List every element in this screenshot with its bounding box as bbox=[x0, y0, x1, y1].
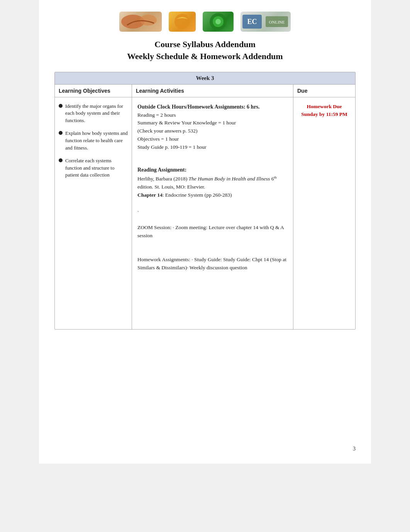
schedule-table: Week 3 Learning Objectives Learning Acti… bbox=[54, 72, 356, 330]
outside-hours-title: Outside Clock Hours/Homework Assignments… bbox=[137, 104, 260, 110]
objective-item-1: Identify the major organs for each body … bbox=[59, 103, 128, 125]
reading-assignment-label: Reading Assignment: bbox=[137, 166, 288, 174]
homework-assignments: Homework Assignments: · Study Guide: Stu… bbox=[137, 257, 286, 270]
column-headers: Learning Objectives Learning Activities … bbox=[55, 85, 355, 97]
logo-2 bbox=[169, 12, 196, 32]
objective-item-2: Explain how body systems and function re… bbox=[59, 130, 128, 152]
bullet-icon-1 bbox=[59, 104, 63, 108]
page-title: Course Syllabus Addendum Weekly Schedule… bbox=[54, 39, 356, 63]
due-text: Homework Due Sunday by 11:59 PM bbox=[297, 103, 351, 119]
col-header-due: Due bbox=[293, 85, 355, 97]
svg-point-1 bbox=[140, 15, 157, 25]
bullet-icon-2 bbox=[59, 131, 63, 135]
col-header-objectives: Learning Objectives bbox=[55, 85, 132, 97]
objective-item-3: Correlate each systems function and stru… bbox=[59, 157, 128, 179]
title-block: Course Syllabus Addendum Weekly Schedule… bbox=[54, 39, 356, 63]
middle-bullet: · bbox=[137, 208, 139, 214]
logo-4: EC ONLINE bbox=[241, 12, 291, 32]
svg-text:ONLINE: ONLINE bbox=[269, 20, 285, 24]
logo-3 bbox=[203, 12, 234, 32]
svg-point-2 bbox=[175, 14, 190, 29]
bullet-icon-3 bbox=[59, 158, 63, 162]
page-number: 3 bbox=[353, 446, 356, 452]
content-row: Identify the major organs for each body … bbox=[55, 97, 355, 329]
activities-content: Outside Clock Hours/Homework Assignments… bbox=[137, 103, 288, 272]
objectives-list: Identify the major organs for each body … bbox=[59, 103, 128, 179]
logo-area: EC ONLINE bbox=[54, 12, 356, 32]
page: EC ONLINE Course Syllabus Addendum Weekl… bbox=[39, 0, 371, 464]
col-header-activities: Learning Activities bbox=[132, 85, 293, 97]
due-cell: Homework Due Sunday by 11:59 PM bbox=[293, 97, 355, 329]
logo-1 bbox=[119, 12, 162, 32]
svg-point-5 bbox=[215, 19, 221, 24]
week-header: Week 3 bbox=[55, 72, 355, 85]
learning-activities-cell: Outside Clock Hours/Homework Assignments… bbox=[132, 97, 293, 329]
learning-objectives-cell: Identify the major organs for each body … bbox=[55, 97, 132, 329]
svg-text:EC: EC bbox=[247, 18, 257, 25]
zoom-session: ZOOM Session: · Zoom meeting: Lecture ov… bbox=[137, 224, 284, 238]
